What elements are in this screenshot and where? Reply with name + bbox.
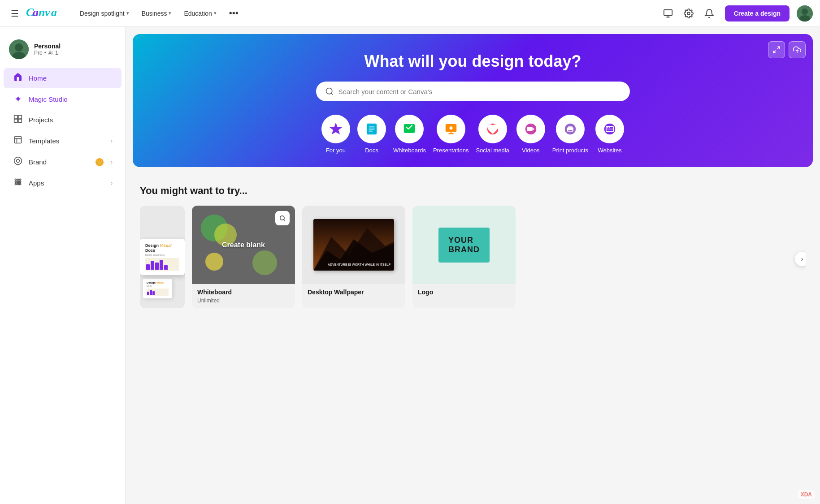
notifications-icon-btn[interactable] (701, 5, 718, 22)
sidebar-profile: Personal Pro • 1 (0, 34, 125, 65)
try-card-desktop-wallpaper[interactable]: ADVENTURE IS WORTH WHILE IN ITSELF Deskt… (302, 206, 405, 308)
doc-card-thumbnail: Design Visual Docs Design Visual Docs (140, 206, 185, 308)
cards-next-arrow[interactable]: › (795, 252, 806, 266)
monitor-icon-btn[interactable] (659, 5, 677, 22)
try-card-wallpaper-label: Desktop Wallpaper (302, 284, 405, 297)
sidebar-item-home[interactable]: Home (4, 68, 121, 88)
nav-business[interactable]: Business ▾ (137, 7, 176, 20)
home-icon (13, 73, 23, 84)
svg-point-30 (19, 181, 21, 182)
profile-info: Personal Pro • 1 (34, 43, 61, 56)
create-design-button[interactable]: Create a design (725, 5, 790, 22)
svg-line-57 (284, 220, 285, 221)
upload-icon-btn[interactable] (789, 41, 806, 58)
docs-circle (357, 115, 386, 143)
hamburger-menu[interactable]: ☰ (7, 4, 22, 22)
svg-rect-19 (18, 119, 22, 123)
avatar-image (797, 5, 813, 22)
hero-icon-label: Print products (552, 147, 588, 154)
sidebar-item-apps[interactable]: Apps › (4, 173, 121, 193)
try-cards-row: Design Visual Docs Design Visual Docs (140, 206, 806, 312)
settings-icon-btn[interactable] (680, 5, 697, 22)
hero-icon-label: Websites (598, 147, 621, 154)
nav-education[interactable]: Education ▾ (179, 7, 221, 20)
svg-rect-16 (14, 116, 18, 119)
sidebar-item-templates[interactable]: Templates › (4, 131, 121, 151)
logo-text: YOURBRAND (448, 236, 480, 254)
sidebar-item-brand[interactable]: Brand 👑 › (4, 152, 121, 172)
main-content: What will you design today? For you (126, 27, 820, 504)
hero-icon-docs[interactable]: Docs (357, 115, 386, 154)
resize-icon-btn[interactable] (768, 41, 785, 58)
sidebar-avatar (9, 39, 29, 59)
svg-rect-5 (664, 9, 672, 15)
svg-point-56 (280, 216, 284, 220)
people-icon (48, 50, 53, 56)
chevron-right-icon: › (111, 159, 113, 165)
svg-point-13 (15, 43, 23, 52)
social-circle (478, 115, 507, 143)
hero-icon-print-products[interactable]: Print products (552, 115, 588, 154)
svg-point-53 (607, 127, 608, 128)
canva-logo[interactable]: C a n v a (26, 4, 66, 22)
hero-icon-label: Docs (365, 147, 378, 154)
crown-badge: 👑 (95, 158, 104, 166)
for-you-circle (321, 115, 350, 143)
hero-icon-websites[interactable]: Websites (595, 115, 624, 154)
hero-icons-row: For you Docs (155, 115, 790, 154)
sidebar-item-projects[interactable]: Projects (4, 110, 121, 130)
sidebar-item-label: Home (29, 74, 113, 82)
chevron-down-icon: ▾ (214, 10, 217, 16)
whiteboard-card-thumbnail: Create blank (192, 206, 295, 284)
svg-line-35 (773, 51, 776, 53)
sidebar-item-magic-studio[interactable]: ✦ Magic Studio (4, 89, 121, 109)
svg-rect-49 (568, 126, 572, 128)
nav-design-spotlight[interactable]: Design spotlight ▾ (75, 7, 134, 20)
sidebar-item-label: Apps (29, 179, 105, 187)
hero-icon-videos[interactable]: Videos (516, 115, 545, 154)
websites-circle (595, 115, 624, 143)
logo-card-thumbnail: YOURBRAND (412, 206, 516, 284)
presentations-circle (437, 115, 465, 143)
apps-icon (13, 177, 23, 189)
chevron-down-icon: ▾ (169, 10, 171, 16)
magic-studio-icon: ✦ (13, 94, 23, 104)
svg-rect-18 (14, 119, 18, 123)
try-card-logo[interactable]: YOURBRAND Logo (412, 206, 516, 308)
top-navigation: ☰ C a n v a Design spotlight ▾ Business … (0, 0, 820, 27)
svg-point-26 (17, 179, 18, 180)
monitor-icon (663, 9, 673, 18)
svg-text:v: v (45, 6, 50, 19)
hero-icon-presentations[interactable]: Presentations (433, 115, 469, 154)
whiteboard-search-btn[interactable] (275, 211, 290, 225)
upload-icon (793, 46, 801, 54)
svg-line-34 (777, 47, 780, 49)
user-avatar[interactable] (797, 5, 813, 22)
svg-point-42 (449, 126, 452, 129)
doc-mockup-main: Design Visual Docs Design Visual Docs (140, 239, 185, 276)
nav-more[interactable]: ••• (225, 5, 243, 21)
app-layout: Personal Pro • 1 Home ✦ Magic (0, 27, 820, 504)
sidebar-item-label: Magic Studio (29, 95, 113, 103)
svg-text:a: a (33, 6, 39, 19)
hero-icon-label: Whiteboards (393, 147, 426, 154)
hero-icon-whiteboards[interactable]: Whiteboards (393, 115, 426, 154)
chevron-right-icon: › (111, 138, 113, 144)
try-card-doc[interactable]: Design Visual Docs Design Visual Docs (140, 206, 185, 308)
videos-circle (516, 115, 545, 143)
try-card-logo-label: Logo (412, 284, 516, 297)
hero-icon-social-media[interactable]: Social media (476, 115, 509, 154)
gear-icon (684, 9, 694, 18)
try-card-whiteboard[interactable]: Create blank Whiteboard Unlimited (192, 206, 295, 308)
profile-name: Personal (34, 43, 61, 50)
svg-point-23 (14, 157, 22, 165)
sidebar-item-label: Brand (29, 158, 89, 166)
svg-text:n: n (39, 6, 45, 19)
hero-icon-for-you[interactable]: For you (321, 115, 350, 154)
hero-title: What will you design today? (155, 52, 790, 71)
canva-logo-svg: C a n v a (26, 4, 66, 19)
search-input[interactable] (338, 88, 621, 95)
search-icon (279, 215, 286, 221)
svg-text:a: a (51, 6, 57, 19)
svg-point-54 (609, 127, 610, 128)
